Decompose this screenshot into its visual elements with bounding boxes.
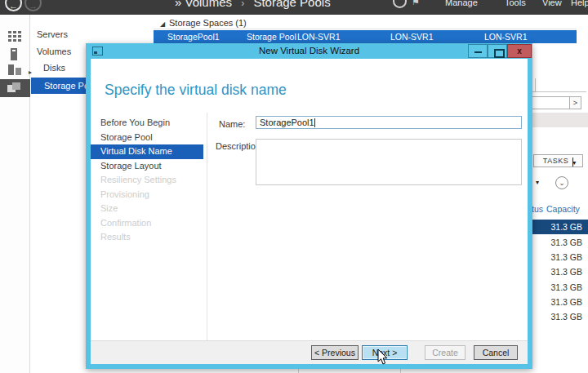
column-header-capacity[interactable]: Capacity: [546, 204, 580, 214]
filter-box-edge[interactable]: >: [531, 96, 581, 109]
name-label: Name:: [219, 119, 245, 129]
disk-row[interactable]: 31.3 GB: [531, 264, 588, 279]
menu-help[interactable]: Help: [571, 0, 588, 7]
wizard-title: New Virtual Disk Wizard: [86, 46, 532, 56]
create-button: Create: [425, 345, 466, 360]
step-pane-divider: [207, 113, 207, 349]
close-icon[interactable]: x: [507, 44, 532, 58]
panel-divider: [535, 78, 536, 92]
wizard-button-bar: < Previous Next > Create Cancel: [91, 340, 528, 364]
disk-row[interactable]: 31.3 GB: [531, 309, 588, 324]
step-size: Size: [91, 202, 203, 216]
menu-view[interactable]: View: [542, 0, 562, 7]
step-results: Results: [91, 230, 203, 245]
wizard-title-bar[interactable]: New Virtual Disk Wizard x: [86, 43, 532, 59]
mouse-cursor-icon: [377, 349, 389, 366]
back-icon[interactable]: ←: [5, 0, 22, 11]
step-provisioning: Provisioning: [91, 188, 203, 202]
pool-name-cell: StoragePool1: [167, 30, 220, 43]
sidebar-item-volumes[interactable]: Volumes: [37, 47, 71, 56]
disk-row[interactable]: 31.3 GB: [531, 250, 588, 264]
pool-available-to-cell: LON-SVR1: [390, 30, 434, 43]
menu-manage[interactable]: Manage: [445, 0, 478, 7]
volumes-icon[interactable]: [8, 48, 20, 60]
notifications-flag-icon[interactable]: ⚑: [412, 0, 420, 7]
storage-pool-row[interactable]: StoragePool1 Storage Pool LON-SVR1 LON-S…: [154, 30, 577, 43]
breadcrumb: » Volumes › Storage Pools: [175, 0, 331, 9]
step-storage-layout[interactable]: Storage Layout: [91, 159, 203, 174]
breadcrumb-prefix-icon: »: [175, 0, 181, 9]
column-line: [298, 369, 299, 373]
menu-tools[interactable]: Tools: [505, 0, 526, 7]
name-input[interactable]: StoragePool1: [256, 116, 522, 129]
pool-managed-by-cell: LON-SVR1: [297, 30, 341, 43]
pool-rw-server-cell: LON-SVR1: [484, 30, 528, 43]
storage-pools-icon: [7, 82, 22, 94]
disk-row[interactable]: 31.3 GB: [531, 220, 588, 234]
refresh-icon[interactable]: [393, 0, 407, 8]
storage-spaces-group-header[interactable]: Storage Spaces (1): [169, 18, 247, 28]
disk-row[interactable]: 31.3 GB: [531, 235, 588, 250]
wizard-body: Specify the virtual disk name Before You…: [86, 59, 532, 369]
breadcrumb-current: Storage Pools: [253, 0, 330, 9]
column-line: [400, 369, 401, 373]
pane-expand-icon[interactable]: ▸: [29, 69, 32, 76]
tasks-dropdown-button[interactable]: TASKS▾: [533, 154, 583, 167]
step-confirmation: Confirmation: [91, 216, 203, 231]
cancel-button[interactable]: Cancel: [474, 345, 518, 360]
disks-icon[interactable]: [8, 64, 21, 75]
sidebar-icon-strip: [0, 15, 30, 373]
panel-toolbar-band: [531, 113, 588, 127]
disk-row[interactable]: 31.3 GB: [531, 295, 588, 309]
step-virtual-disk-name[interactable]: Virtual Disk Name: [91, 144, 203, 159]
server-manager-screen: ← → » Volumes › Storage Pools ⚑ Manage T…: [0, 0, 588, 373]
previous-button[interactable]: < Previous: [311, 345, 359, 360]
group-divider: [154, 29, 577, 29]
maximize-icon[interactable]: [488, 44, 507, 58]
step-before-you-begin[interactable]: Before You Begin: [91, 116, 203, 131]
wizard-heading: Specify the virtual disk name: [105, 82, 287, 99]
step-storage-pool[interactable]: Storage Pool: [91, 131, 203, 145]
column-header-status[interactable]: tus: [532, 204, 543, 214]
collapse-section-icon[interactable]: ⌄: [555, 176, 568, 189]
sidebar-item-servers[interactable]: Servers: [37, 29, 68, 39]
disk-row[interactable]: 31.3 GB: [531, 280, 588, 295]
pool-type-cell: Storage Pool: [247, 30, 296, 43]
sidebar-item-disks[interactable]: Disks: [43, 63, 65, 73]
forward-icon[interactable]: →: [24, 0, 42, 11]
breadcrumb-root[interactable]: Volumes: [185, 0, 233, 9]
description-input[interactable]: [256, 139, 522, 185]
scroll-right-icon[interactable]: >: [569, 97, 581, 109]
chevron-down-icon: ▾: [572, 158, 573, 167]
minimize-icon[interactable]: [468, 44, 488, 58]
panel-divider: [532, 91, 586, 92]
breadcrumb-separator-icon: ›: [241, 0, 244, 9]
wizard-step-list: Before You Begin Storage Pool Virtual Di…: [91, 116, 203, 245]
step-resiliency-settings: Resiliency Settings: [91, 173, 203, 188]
storage-pools-tile[interactable]: [0, 79, 30, 97]
top-bar: ← → » Volumes › Storage Pools ⚑ Manage T…: [0, 0, 588, 15]
group-collapse-icon[interactable]: ◢: [160, 20, 165, 28]
filter-dropdown-icon[interactable]: ▾: [536, 179, 539, 186]
text-caret: [314, 118, 315, 127]
new-virtual-disk-wizard: New Virtual Disk Wizard x Specify the vi…: [86, 43, 532, 369]
dashboard-grid-icon[interactable]: [8, 31, 21, 42]
